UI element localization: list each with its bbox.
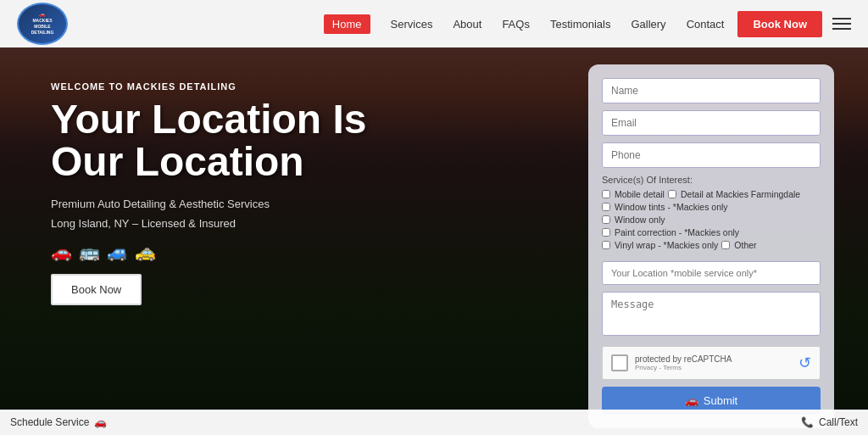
nav-item-contact[interactable]: Contact (687, 16, 725, 31)
car-bottom-icon: 🚗 (94, 416, 107, 428)
nav-item-testimonials[interactable]: Testimonials (550, 16, 611, 31)
checkbox-paint-correction-input[interactable] (602, 228, 610, 237)
nav-item-gallery[interactable]: Gallery (631, 16, 665, 31)
checkbox-vinyl-wrap-label: Vinyl wrap - *Mackies only (615, 240, 718, 250)
checkbox-window-only-label: Window only (615, 215, 665, 225)
hamburger-line-2 (832, 23, 851, 25)
email-input[interactable] (602, 110, 821, 136)
bottom-bar: Schedule Service 🚗 📞 Call/Text (0, 410, 868, 435)
recaptcha-checkbox[interactable] (611, 354, 628, 371)
headline-line2: Our Location (51, 139, 304, 184)
checkbox-vinyl-wrap[interactable]: Vinyl wrap - *Mackies only (602, 240, 718, 250)
nav-item-faqs[interactable]: FAQs (502, 16, 530, 31)
subheadline: Premium Auto Detailing & Aesthetic Servi… (51, 198, 588, 210)
car-icon-2: 🚌 (79, 242, 100, 262)
logo-text: 🚗MACKIESMOBILEDETAILING (31, 12, 54, 36)
hamburger-line-3 (832, 28, 851, 30)
location-text: Long Island, NY – Licensed & Insured (51, 217, 588, 230)
checkbox-paint-correction[interactable]: Paint correction - *Mackies only (602, 227, 821, 237)
checkbox-mobile-detail[interactable]: Mobile detail (602, 189, 665, 199)
car-icon-4: 🚕 (135, 242, 156, 262)
logo-area: 🚗MACKIESMOBILEDETAILING (17, 3, 68, 45)
phone-input[interactable] (602, 142, 821, 168)
checkbox-vinyl-wrap-input[interactable] (602, 241, 610, 249)
services-label: Service(s) Of Interest: (602, 175, 821, 185)
call-text-label: Call/Text (819, 416, 858, 428)
schedule-service-button[interactable]: Schedule Service 🚗 (10, 416, 107, 428)
car-icon-3: 🚙 (107, 242, 128, 262)
nav-item-home[interactable]: Home (324, 16, 370, 31)
nav-item-about[interactable]: About (453, 16, 481, 31)
checkbox-other-label: Other (734, 240, 756, 250)
vehicle-icons: 🚗 🚌 🚙 🚕 (51, 242, 588, 262)
checkbox-detail-mackies[interactable]: Detail at Mackies Farmingdale (668, 189, 800, 199)
checkbox-row-1: Mobile detail Detail at Mackies Farmingd… (602, 189, 821, 202)
checkbox-window-only[interactable]: Window only (602, 215, 821, 225)
car-submit-icon: 🚗 (685, 394, 698, 407)
book-now-button[interactable]: Book Now (737, 11, 822, 37)
headline: Your Location Is Our Location (51, 98, 588, 184)
submit-label: Submit (704, 394, 737, 407)
nav-item-services[interactable]: Services (391, 16, 433, 31)
car-icon-1: 🚗 (51, 242, 72, 262)
checkbox-window-only-input[interactable] (602, 215, 610, 224)
hamburger-line-1 (832, 18, 851, 20)
welcome-text: WELCOME TO MACKIES DETAILING (51, 81, 588, 92)
checkbox-other[interactable]: Other (721, 240, 756, 250)
recaptcha-left: protected by reCAPTCHA Privacy - Terms (611, 354, 732, 371)
main-content: WELCOME TO MACKIES DETAILING Your Locati… (0, 47, 868, 435)
checkbox-detail-mackies-input[interactable] (668, 190, 676, 198)
checkbox-mobile-detail-input[interactable] (602, 190, 610, 198)
recaptcha-sub: Privacy - Terms (635, 364, 732, 371)
checkbox-window-tints-input[interactable] (602, 203, 610, 211)
location-input[interactable] (602, 261, 821, 285)
hero-left: WELCOME TO MACKIES DETAILING Your Locati… (51, 73, 588, 435)
phone-icon: 📞 (801, 416, 814, 428)
headline-line1: Your Location Is (51, 97, 366, 142)
call-text-button[interactable]: 📞 Call/Text (801, 416, 858, 428)
recaptcha-box: protected by reCAPTCHA Privacy - Terms ↺ (602, 346, 821, 380)
checkbox-row-5: Vinyl wrap - *Mackies only Other (602, 240, 821, 253)
services-checkboxes: Mobile detail Detail at Mackies Farmingd… (602, 189, 821, 253)
checkbox-window-tints-label: Window tints - *Mackies only (615, 202, 728, 212)
recaptcha-text: protected by reCAPTCHA (635, 354, 732, 364)
contact-form: Service(s) Of Interest: Mobile detail De… (588, 64, 834, 428)
message-input[interactable] (602, 292, 821, 336)
checkbox-detail-mackies-label: Detail at Mackies Farmingdale (681, 189, 800, 199)
recaptcha-logo: ↺ (798, 354, 811, 372)
name-input[interactable] (602, 78, 821, 103)
hero-book-button[interactable]: Book Now (51, 274, 142, 305)
checkbox-paint-correction-label: Paint correction - *Mackies only (615, 227, 739, 237)
logo: 🚗MACKIESMOBILEDETAILING (17, 3, 68, 45)
nav-links: Home Services About FAQs Testimonials Ga… (324, 16, 725, 31)
recaptcha-info: protected by reCAPTCHA Privacy - Terms (635, 354, 732, 371)
checkbox-mobile-detail-label: Mobile detail (615, 189, 665, 199)
checkbox-other-input[interactable] (721, 241, 730, 249)
hamburger-menu[interactable] (832, 18, 851, 30)
navigation: 🚗MACKIESMOBILEDETAILING Home Services Ab… (0, 0, 868, 47)
checkbox-window-tints[interactable]: Window tints - *Mackies only (602, 202, 821, 212)
schedule-service-label: Schedule Service (10, 416, 89, 428)
